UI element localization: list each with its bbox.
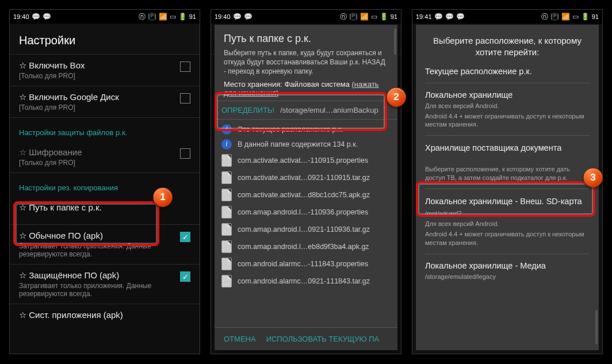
- cell-icon: ▭: [170, 13, 176, 21]
- file-icon: [221, 189, 232, 201]
- nfc-icon: ⓝ: [139, 12, 146, 22]
- battery-level: 91: [189, 13, 196, 20]
- info-text: В данной папке содержится 134 р.к.: [238, 140, 358, 148]
- file-name: com.activate.activat…0921-110915.tar.gz: [238, 174, 370, 182]
- detect-button[interactable]: ОПРЕДЕЛИТЬ!: [221, 106, 274, 114]
- file-icon: [221, 154, 232, 167]
- cell-icon: ▭: [371, 13, 377, 21]
- row-encryption[interactable]: ☆ Шифрование [Только для PRO]: [10, 141, 200, 173]
- loc-sub: /storage/emulated/legacy: [425, 273, 590, 281]
- row-apk-protected[interactable]: ☆ Защищённое ПО (apk) Затрагивает только…: [10, 264, 200, 304]
- divider: [425, 189, 590, 189]
- checkbox[interactable]: [180, 93, 190, 104]
- file-row[interactable]: com.amap.android.l…0921-110936.tar.gz: [219, 221, 393, 238]
- row-sub: [Только для PRO]: [19, 159, 177, 167]
- row-enable-gdrive[interactable]: ☆ Включить Google Диск [Только для PRO]: [10, 86, 200, 117]
- file-icon: [221, 223, 232, 236]
- file-list[interactable]: iЭто текущее расположение р.к. iВ данной…: [215, 120, 397, 327]
- loc-note: Android 4.4 + может ограничивать доступ …: [425, 230, 590, 247]
- chat-icon: 💬: [233, 13, 242, 21]
- row-title: ☆ Сист. приложения (apk): [19, 310, 190, 320]
- loc-external-sd[interactable]: Локальное хранилище - Внеш. SD-карта: [425, 196, 590, 207]
- vibrate-icon: 📳: [550, 13, 559, 21]
- row-enable-box[interactable]: ☆ Включить Box [Только для PRO]: [10, 55, 200, 86]
- info-row: iВ данной папке содержится 134 р.к.: [219, 137, 393, 152]
- statusbar: 19:40 💬 💬 ⓝ 📳 📶 ▭ 🔋 91: [211, 10, 401, 24]
- row-apk-system[interactable]: ☆ Сист. приложения (apk): [10, 304, 200, 326]
- file-name: com.android.alarmc…0921-111843.tar.gz: [238, 277, 370, 285]
- checkbox-checked[interactable]: ✓: [180, 271, 190, 282]
- dialog-title: Путь к папке с р.к.: [224, 33, 388, 45]
- checkbox[interactable]: [180, 148, 190, 159]
- file-icon: [221, 171, 232, 184]
- location-heading: Выберите расположение, к которому хотите…: [425, 35, 590, 59]
- info-row: iЭто текущее расположение р.к.: [219, 122, 393, 137]
- divider: [425, 83, 590, 83]
- row-sub: [Только для PRO]: [19, 72, 177, 80]
- callout-2: 2: [387, 87, 406, 107]
- screen-path-dialog: 19:40 💬 💬 ⓝ 📳 📶 ▭ 🔋 91 Н Путь к папке с …: [211, 9, 401, 354]
- wifi-icon: 📶: [561, 13, 570, 21]
- row-title: ☆ Обычное ПО (apk): [19, 231, 177, 241]
- battery-icon: 🔋: [581, 13, 590, 21]
- chat-icon-2: 💬: [244, 13, 253, 21]
- chat-icon-2: 💬: [43, 13, 51, 21]
- loc-media-storage[interactable]: Локальное хранилище - Медиа: [425, 261, 590, 270]
- battery-level: 91: [592, 13, 599, 20]
- loc-note: Выберите расположение, к которому хотите…: [425, 165, 590, 182]
- cancel-button[interactable]: ОТМЕНА: [224, 335, 256, 343]
- loc-local-storage[interactable]: Локальное хранилище: [425, 90, 590, 99]
- file-name: com.activate.activat…d8bc1cdc75.apk.gz: [238, 191, 370, 199]
- loc-current[interactable]: Текущее расположение р.к.: [425, 67, 590, 76]
- statusbar: 19:40 💬 💬 ⓝ 📳 📶 ▭ 🔋 91: [10, 10, 200, 24]
- cell-icon: ▭: [572, 13, 579, 21]
- file-row[interactable]: com.amap.android.l…eb8d9f3ba4.apk.gz: [219, 238, 393, 255]
- divider: [425, 135, 590, 136]
- file-row[interactable]: com.amap.android.l…-110936.properties: [219, 204, 393, 221]
- row-apk-normal[interactable]: ☆ Обычное ПО (apk) Затрагивает только пр…: [10, 224, 200, 264]
- location-dialog: Выберите расположение, к которому хотите…: [416, 25, 599, 350]
- file-icon: [221, 258, 232, 270]
- scrollbar[interactable]: [595, 310, 598, 344]
- loc-sub: Для всех версий Android.: [425, 220, 590, 228]
- file-row[interactable]: com.activate.activat…0921-110915.tar.gz: [219, 169, 393, 186]
- chat-icon: 💬: [32, 13, 40, 21]
- page-title: Настройки: [10, 24, 200, 55]
- status-time: 19:40: [215, 13, 231, 20]
- storage-location[interactable]: Место хранения: Файловая система (нажать…: [224, 80, 388, 97]
- loc-sub: Для всех версий Android.: [425, 102, 590, 110]
- statusbar: 19:41 💬 💬 💬 ⓝ 📳 📶 ▭ 🔋 91: [412, 10, 602, 24]
- info-icon: i: [221, 124, 232, 135]
- current-path[interactable]: /storage/emul…aniumBackup: [280, 106, 391, 114]
- file-name: com.activate.activat…-110915.properties: [238, 156, 368, 164]
- file-row[interactable]: com.activate.activat…-110915.properties: [219, 152, 393, 169]
- settings-list[interactable]: ☆ Включить Box [Только для PRO] ☆ Включи…: [10, 55, 200, 354]
- loc-sub: /mnt/sdcard2: [425, 209, 590, 217]
- status-time: 19:40: [13, 13, 29, 20]
- checkbox[interactable]: [180, 62, 190, 72]
- battery-icon: 🔋: [380, 13, 388, 21]
- dialog-actions: ОТМЕНА ИСПОЛЬЗОВАТЬ ТЕКУЩУЮ ПА: [215, 327, 397, 350]
- file-row[interactable]: com.android.alarmc…-111843.properties: [219, 255, 393, 273]
- file-name: com.amap.android.l…0921-110936.tar.gz: [238, 225, 370, 233]
- file-row[interactable]: com.android.alarmc…0921-111843.tar.gz: [219, 273, 393, 290]
- file-row[interactable]: com.activate.activat…d8bc1cdc75.apk.gz: [219, 186, 393, 204]
- storage-label: Место хранения: Файловая система: [224, 80, 350, 89]
- use-current-button[interactable]: ИСПОЛЬЗОВАТЬ ТЕКУЩУЮ ПА: [266, 335, 380, 343]
- row-title: ☆ Шифрование: [19, 147, 177, 158]
- checkbox-checked[interactable]: ✓: [180, 232, 190, 242]
- file-name: com.amap.android.l…-110936.properties: [238, 208, 368, 216]
- callout-1: 1: [153, 187, 173, 207]
- path-row: ОПРЕДЕЛИТЬ! /storage/emul…aniumBackup: [215, 101, 397, 120]
- screen-location-picker: 19:41 💬 💬 💬 ⓝ 📳 📶 ▭ 🔋 91 Выберите распол…: [412, 9, 603, 354]
- callout-3: 3: [583, 168, 603, 187]
- info-text: Это текущее расположение р.к.: [238, 125, 343, 133]
- battery-level: 91: [391, 13, 397, 20]
- row-sub: Затрагивает только приложения. Данные ре…: [19, 242, 177, 258]
- divider: [425, 254, 590, 254]
- loc-note: Android 4.4 + может ограничивать доступ …: [425, 112, 590, 129]
- section-security: Настройки защиты файлов р.к.: [10, 117, 200, 141]
- wifi-icon: 📶: [159, 13, 167, 21]
- vibrate-icon: 📳: [148, 13, 156, 21]
- loc-document-provider[interactable]: Хранилище поставщика документа: [425, 143, 590, 154]
